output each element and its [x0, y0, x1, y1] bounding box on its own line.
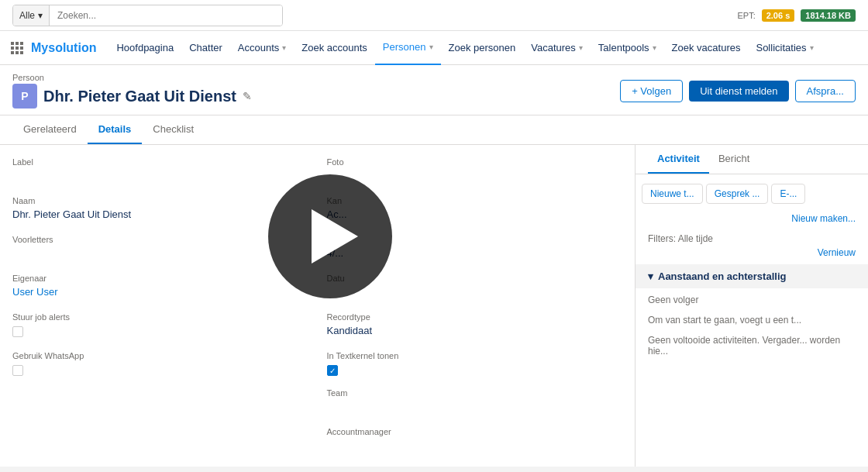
field-recordtype-value: Kandidaat [327, 323, 623, 339]
field-recordtype-label: Recordtype [327, 312, 623, 322]
afspraak-button[interactable]: Afspra... [795, 80, 856, 102]
record-icon: P [12, 84, 37, 109]
nav-item-vacatures-label: Vacatures [531, 42, 576, 53]
activity-refresh[interactable]: Vernieuw [636, 247, 868, 264]
svg-rect-4 [16, 47, 19, 50]
tab-gerelateerd[interactable]: Gerelateerd [12, 115, 88, 144]
tab-activiteit[interactable]: Activiteit [648, 145, 709, 174]
form-row-recruiter: Recruiter ✏ [12, 466, 622, 467]
record-title-row: P Dhr. Pieter Gaat Uit Dienst ✎ [12, 84, 252, 109]
details-tab-bar: Gerelateerd Details Checklist [0, 115, 868, 145]
form-row-team: Team ✏ [12, 388, 622, 415]
nav-item-zoek-accounts[interactable]: Zoek accounts [294, 31, 375, 65]
tab-checklist[interactable]: Checklist [142, 115, 205, 144]
field-team-value [327, 399, 623, 415]
nav-item-accounts[interactable]: Accounts ▾ [230, 31, 294, 65]
tab-details[interactable]: Details [88, 115, 143, 144]
play-icon [312, 209, 358, 264]
btn-e-mail[interactable]: E-... [771, 184, 805, 204]
accounts-chevron: ▾ [282, 43, 286, 52]
field-eigenaar-value[interactable]: User User [12, 284, 308, 300]
svg-rect-3 [11, 47, 14, 50]
field-whatsapp-checkbox[interactable] [12, 365, 23, 376]
field-voorletters-label: Voorletters [12, 235, 308, 244]
top-bar-left: Alle ▾ [12, 5, 728, 26]
field-empty-left3 [12, 466, 308, 467]
field-recordtype: Recordtype Kandidaat 🔒 [327, 312, 623, 339]
record-header-left: Persoon P Dhr. Pieter Gaat Uit Dienst ✎ [12, 73, 252, 109]
activity-make-new[interactable]: Nieuw maken... [636, 210, 868, 230]
btn-gesprek[interactable]: Gesprek ... [706, 184, 769, 204]
record-header-actions: + Volgen Uit dienst melden Afspra... [620, 80, 856, 102]
svg-rect-0 [11, 42, 14, 45]
section-chevron: ▾ [648, 270, 653, 282]
record-icon-text: P [21, 90, 28, 102]
vacatures-chevron: ▾ [579, 43, 583, 52]
form-row-accountmanager: Accountmanager ✏ [12, 427, 622, 453]
sollicitaties-chevron: ▾ [810, 43, 814, 52]
nav-logo: Mysolution [9, 40, 108, 56]
form-row-jobalerts-recordtype: Stuur job alerts ✏ Recordtype Kandidaat … [12, 312, 622, 339]
nav-item-personen-label: Personen [383, 41, 426, 53]
nav-item-zoek-personen[interactable]: Zoek personen [441, 31, 524, 65]
field-recruiter: Recruiter ✏ [327, 466, 623, 467]
nav-item-zoek-personen-label: Zoek personen [449, 42, 516, 53]
follow-button-label: + Volgen [632, 85, 671, 97]
record-breadcrumb: Persoon [12, 73, 252, 82]
field-empty-left [12, 388, 308, 415]
nav-logo-text: Mysolution [31, 41, 96, 55]
search-dropdown-label: Alle [19, 10, 35, 21]
nav-item-zoek-vacatures-label: Zoek vacatures [672, 42, 741, 53]
field-team: Team ✏ [327, 388, 623, 415]
nav-item-zoek-accounts-label: Zoek accounts [301, 42, 367, 53]
nav-item-accounts-label: Accounts [238, 42, 279, 53]
kb-value-badge: 1814.18 KB [801, 9, 856, 22]
field-accountmanager-value [327, 438, 623, 453]
nav-item-sollicitaties-label: Sollicitaties [756, 42, 806, 53]
activity-panel: Activiteit Bericht Nieuwe t... Gesprek .… [636, 145, 868, 467]
video-play-overlay[interactable] [268, 174, 392, 298]
nav-item-chatter[interactable]: Chatter [181, 31, 230, 65]
field-label-text: Label [12, 157, 308, 167]
search-dropdown[interactable]: Alle ▾ [13, 5, 50, 26]
nav-bar: Mysolution Hoofdpagina Chatter Accounts … [0, 31, 868, 65]
nav-item-sollicitaties[interactable]: Sollicitaties ▾ [748, 31, 821, 65]
nav-item-vacatures[interactable]: Vacatures ▾ [523, 31, 591, 65]
section-header-label: Aanstaand en achterstallig [658, 270, 786, 282]
record-title: Dhr. Pieter Gaat Uit Dienst [43, 88, 236, 105]
search-input[interactable] [50, 5, 282, 26]
ept-value-badge: 2.06 s [762, 9, 795, 22]
field-eigenaar: Eigenaar User User ✏ [12, 274, 308, 300]
nav-item-talentpools[interactable]: Talentpools ▾ [591, 31, 664, 65]
tab-bericht[interactable]: Bericht [709, 145, 759, 174]
field-jobalerts-checkbox[interactable] [12, 326, 23, 337]
follow-button[interactable]: + Volgen [620, 80, 683, 102]
talentpools-chevron: ▾ [653, 43, 656, 52]
field-empty-left2 [12, 427, 308, 453]
activity-section-upcoming[interactable]: ▾ Aanstaand en achterstallig [636, 264, 868, 288]
field-in-textkernel: In Textkernel tonen ✓ ✏ [327, 351, 623, 376]
field-accountmanager-label: Accountmanager [327, 427, 623, 436]
field-foto-value [327, 168, 623, 184]
activity-empty-hint: Om van start te gaan, voegt u een t... [636, 312, 868, 332]
btn-nieuwe-t[interactable]: Nieuwe t... [642, 184, 703, 204]
grid-icon[interactable] [9, 40, 25, 56]
uit-dienst-button[interactable]: Uit dienst melden [689, 81, 788, 102]
nav-item-chatter-label: Chatter [189, 42, 222, 53]
field-textkernel-checkbox[interactable]: ✓ [327, 365, 338, 376]
activity-filter: Filters: Alle tijde [636, 230, 868, 247]
nav-item-home[interactable]: Hoofdpagina [108, 31, 181, 65]
nav-item-personen[interactable]: Personen ▾ [375, 31, 441, 65]
field-foto-text: Foto [327, 157, 623, 167]
search-area[interactable]: Alle ▾ [12, 5, 283, 26]
field-voorletters: Voorletters ✏ [12, 235, 308, 261]
nav-item-zoek-vacatures[interactable]: Zoek vacatures [664, 31, 749, 65]
field-naam: Naam Dhr. Pieter Gaat Uit Dienst ✏ [12, 196, 308, 222]
svg-rect-8 [20, 51, 23, 54]
record-edit-icon[interactable]: ✎ [243, 90, 252, 102]
field-datu-value [327, 284, 623, 300]
dropdown-chevron: ▾ [38, 10, 43, 21]
afspraak-button-label: Afspra... [807, 85, 844, 97]
field-eigenaar-label: Eigenaar [12, 274, 308, 283]
field-gebruik-whatsapp: Gebruik WhatsApp ✏ [12, 351, 308, 376]
